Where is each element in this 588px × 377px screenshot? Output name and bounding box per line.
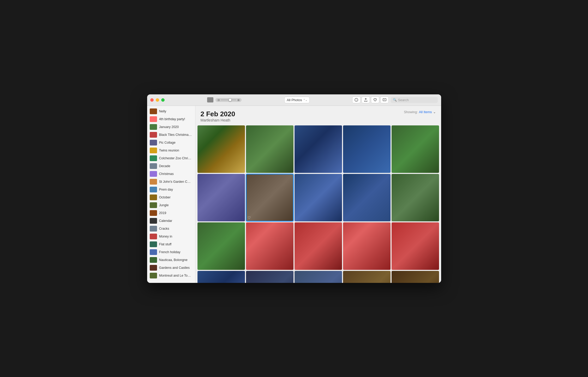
sidebar-item-5[interactable]: Twins reunion	[147, 147, 195, 154]
svg-rect-0	[208, 98, 209, 101]
svg-rect-3	[210, 101, 212, 101]
maximize-button[interactable]	[161, 98, 165, 102]
sidebar-item-18[interactable]: French holiday	[147, 248, 195, 256]
zoom-control[interactable]: ⊟ ⊞	[215, 98, 242, 102]
photo-cell-20[interactable]: 0:16	[392, 271, 439, 283]
photo-cell-13[interactable]	[295, 222, 342, 270]
photo-cell-11[interactable]	[197, 222, 245, 270]
photo-thumbnail	[246, 271, 293, 283]
sidebar-item-label: Nelly	[159, 110, 166, 113]
photo-cell-7[interactable]: ♡	[246, 174, 293, 221]
sidebar-item-label: Nauticaa, Bolongne	[159, 258, 188, 262]
search-box[interactable]: 🔍 Search	[391, 97, 438, 103]
photo-cell-15[interactable]	[392, 222, 439, 270]
sidebar-item-label: January 2020	[159, 125, 179, 129]
sidebar-thumbnail	[150, 218, 157, 224]
sidebar-thumbnail	[150, 241, 157, 247]
sidebar-item-10[interactable]: Prem day	[147, 186, 195, 193]
photo-cell-6[interactable]	[197, 174, 245, 221]
sidebar-item-label: Black Tiles Christmas part...	[159, 133, 193, 137]
photo-cell-10[interactable]	[392, 174, 439, 221]
sidebar-thumbnail	[150, 108, 157, 114]
slideshow-button[interactable]	[380, 96, 389, 103]
search-input[interactable]: Search	[398, 98, 409, 102]
sidebar-item-label: Montreuil and Le Touquet	[159, 274, 193, 277]
sidebar-item-label: Pic Collage	[159, 141, 176, 144]
showing-control[interactable]: Showing: All Items ⌄	[404, 110, 436, 114]
sidebar-item-15[interactable]: Cracks	[147, 225, 195, 233]
sidebar-item-12[interactable]: Jungle	[147, 201, 195, 209]
sidebar-thumbnail	[150, 116, 157, 122]
sidebar-item-8[interactable]: Christmas	[147, 170, 195, 178]
sidebar-item-21[interactable]: Montreuil and Le Touquet	[147, 272, 195, 279]
sidebar-item-label: Gardens and Castles	[159, 266, 190, 270]
sidebar-thumbnail	[150, 148, 157, 153]
sidebar-item-label: Calendar	[159, 219, 172, 223]
search-icon: 🔍	[393, 98, 397, 102]
sidebar-item-label: French holiday	[159, 250, 181, 254]
sidebar-item-9[interactable]: St John's Garden Centre C...	[147, 178, 195, 186]
all-photos-dropdown[interactable]: All Photos ⌃⌄	[284, 97, 310, 103]
photo-cell-19[interactable]: 1:30	[343, 271, 391, 283]
sidebar-item-13[interactable]: 2019	[147, 209, 195, 217]
dropdown-arrow-icon: ⌃⌄	[303, 99, 307, 101]
sidebar-item-11[interactable]: October	[147, 193, 195, 201]
sidebar-item-label: 4th birthday party!	[159, 117, 185, 121]
main-window: ⊟ ⊞ All Photos ⌃⌄ i	[147, 94, 441, 283]
share-button[interactable]	[362, 96, 370, 103]
photo-cell-14[interactable]	[343, 222, 391, 270]
photo-cell-8[interactable]	[295, 174, 342, 221]
sidebar-item-6[interactable]: Colchester Zoo Christmas	[147, 154, 195, 162]
sidebar-item-label: St John's Garden Centre C...	[159, 180, 193, 184]
photo-thumbnail	[343, 174, 391, 221]
sidebar-item-20[interactable]: Gardens and Castles	[147, 264, 195, 272]
sidebar-item-1[interactable]: 4th birthday party!	[147, 115, 195, 123]
photo-cell-17[interactable]	[246, 271, 293, 283]
zoom-slider[interactable]	[221, 99, 236, 100]
sidebar-item-label: Prem day	[159, 188, 173, 191]
sidebar-thumbnail	[150, 234, 157, 239]
photo-thumbnail	[392, 125, 439, 173]
sidebar-item-14[interactable]: Calendar	[147, 217, 195, 225]
sidebar-item-label: October	[159, 196, 171, 199]
sidebar-item-2[interactable]: January 2020	[147, 123, 195, 131]
photo-cell-5[interactable]	[392, 125, 439, 173]
favorite-button[interactable]	[371, 96, 379, 103]
sidebar-item-16[interactable]: Money in	[147, 233, 195, 240]
sidebar-item-4[interactable]: Pic Collage	[147, 139, 195, 147]
sidebar-item-3[interactable]: Black Tiles Christmas part...	[147, 131, 195, 139]
svg-rect-2	[210, 100, 212, 100]
photo-cell-16[interactable]	[197, 271, 245, 283]
photo-thumbnail	[343, 271, 391, 283]
photo-thumbnail	[392, 222, 439, 270]
sidebar-item-label: Flat stuff	[159, 242, 172, 246]
sidebar-toggle-icon[interactable]	[207, 97, 213, 102]
sidebar-item-label: Cracks	[159, 227, 169, 230]
photo-cell-4[interactable]	[343, 125, 391, 173]
photo-thumbnail	[392, 174, 439, 221]
photo-cell-12[interactable]	[246, 222, 293, 270]
photo-cell-3[interactable]	[295, 125, 342, 173]
sidebar-thumbnail	[150, 163, 157, 169]
photo-cell-2[interactable]	[246, 125, 293, 173]
sidebar-item-label: Colchester Zoo Christmas	[159, 156, 193, 160]
photo-thumbnail	[295, 222, 342, 270]
sidebar-thumbnail	[150, 257, 157, 263]
photo-cell-1[interactable]	[197, 125, 245, 173]
sidebar-item-7[interactable]: Decade	[147, 162, 195, 170]
photo-grid: ♡1:300:16	[195, 124, 441, 283]
sidebar-item-0[interactable]: Nelly	[147, 107, 195, 115]
sidebar-item-19[interactable]: Nauticaa, Bolongne	[147, 256, 195, 264]
photo-cell-18[interactable]	[295, 271, 342, 283]
photo-cell-9[interactable]	[343, 174, 391, 221]
minimize-button[interactable]	[156, 98, 159, 102]
showing-chevron-icon: ⌄	[433, 110, 436, 114]
showing-value: All Items	[419, 110, 432, 114]
photo-thumbnail	[197, 125, 245, 173]
photo-location: Martlesham Heath	[201, 118, 235, 122]
close-button[interactable]	[150, 98, 154, 102]
sidebar-item-17[interactable]: Flat stuff	[147, 240, 195, 248]
info-button[interactable]: i	[352, 96, 361, 103]
photo-thumbnail	[197, 222, 245, 270]
sidebar-thumbnail	[150, 124, 157, 130]
